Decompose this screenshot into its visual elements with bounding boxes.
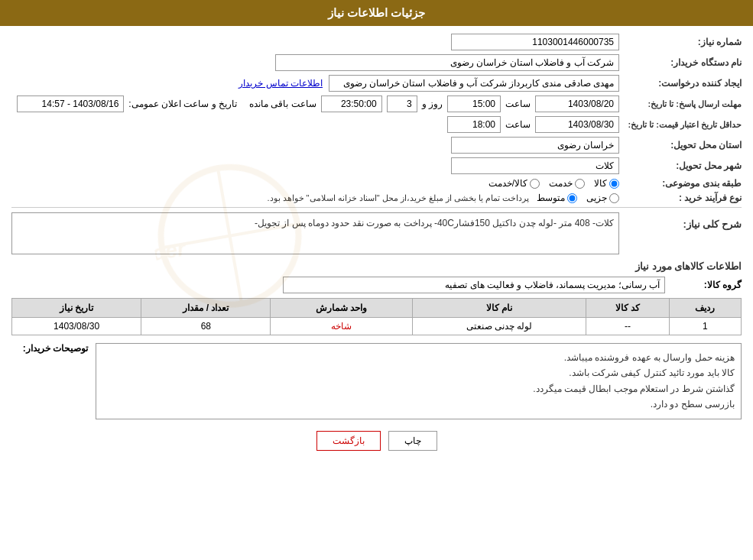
divider-1 (11, 207, 742, 208)
goods-table-header-row: ردیف کد کالا نام کالا واحد شمارش تعداد /… (12, 299, 742, 318)
mohlat-baqi-label: ساعت باقی مانده (249, 99, 316, 109)
back-button[interactable]: بازگشت (316, 431, 381, 451)
col-vahed: واحد شمارش (271, 299, 412, 318)
tabaqe-kala-khedmat-radio[interactable] (530, 179, 540, 189)
farayand-mottaset-item: متوسط (537, 193, 577, 203)
sharh-value: کلات- 408 متر -لوله چدن داکتیل 150فشار40… (11, 212, 619, 254)
cell-tarikh: 1403/08/30 (12, 318, 141, 335)
cell-nam-kala: لوله چدنی صنعتی (412, 318, 586, 335)
content-area: شماره نیاز: 1103001446000735 نام دستگاه … (0, 26, 753, 470)
page-wrapper: جزئیات اطلاعات نیاز شماره نیاز: 11030014… (0, 0, 753, 560)
tabaqe-khedmat-item: خدمت (549, 178, 585, 189)
page-title: جزئیات اطلاعات نیاز (328, 6, 425, 19)
goods-table-header: ردیف کد کالا نام کالا واحد شمارش تعداد /… (12, 299, 742, 318)
buyer-notes-line4: بازرسی سطح دو دارد. (102, 397, 735, 412)
buyer-notes-box: هزینه حمل وارسال به عهده فروشنده میباشد.… (96, 343, 742, 419)
tabaqe-kala-khedmat-item: کالا/خدمت (488, 178, 540, 189)
hadaqal-row: حداقل تاریخ اعتبار قیمت: تا تاریخ: 1403/… (11, 116, 742, 133)
tabaqe-kala-radio[interactable] (609, 179, 619, 189)
tabaqe-khedmat-label: خدمت (549, 178, 573, 189)
shahr-label: شهر محل تحویل: (619, 160, 742, 171)
col-kod-kala: کد کالا (586, 299, 669, 318)
shahr-value: کلات (451, 157, 619, 174)
tarikh-elan-value: 1403/08/16 - 14:57 (17, 95, 124, 112)
nam-dastgah-label: نام دستگاه خریدار: (619, 57, 742, 68)
ostan-row: استان محل تحویل: خراسان رضوی (11, 137, 742, 154)
tabaqe-kala-item: کالا (594, 178, 619, 189)
hadaqal-label: حداقل تاریخ اعتبار قیمت: تا تاریخ: (619, 120, 742, 130)
tabaqe-kala-label: کالا (594, 178, 607, 189)
buyer-notes-line2: کالا باید مورد تائید کنترل کیفی شرکت باش… (102, 365, 735, 380)
nooe-farayand-note: پرداخت تمام یا بخشی از مبلغ خرید،از محل … (267, 193, 529, 203)
buyer-notes-line1: هزینه حمل وارسال به عهده فروشنده میباشد. (102, 350, 735, 365)
hadaqal-saat: 18:00 (447, 116, 501, 133)
mohlat-saat: 15:00 (447, 95, 501, 112)
nooe-farayand-options: جزیی متوسط (537, 193, 619, 203)
tabaqe-row: طبقه بندی موضوعی: کالا خدمت کالا/خدمت (11, 178, 742, 189)
table-row: 1 -- لوله چدنی صنعتی شاخه 68 1403/08/30 (12, 318, 742, 335)
farayand-jozii-label: جزیی (586, 193, 607, 203)
mohlat-label: مهلت ارسال پاسخ: تا تاریخ: (619, 99, 742, 109)
ettelaat-kala-title: اطلاعات کالاهای مورد نیاز (11, 261, 742, 272)
buyer-notes-label: توصیحات خریدار: (11, 343, 88, 354)
cell-radif: 1 (669, 318, 741, 335)
mohlat-row: مهلت ارسال پاسخ: تا تاریخ: 1403/08/20 سا… (11, 95, 742, 112)
farayand-jozii-item: جزیی (586, 193, 619, 203)
tarikh-elan-label: تاریخ و ساعت اعلان عمومی: (128, 99, 237, 109)
nooe-farayand-row: نوع فرآیند خرید : جزیی متوسط پرداخت تمام… (11, 193, 742, 203)
ijad-konande-row: ایجاد کننده درخواست: مهدی صادقی مندی کار… (11, 75, 742, 92)
sharh-section: شرح کلی نیاز: کلات- 408 متر -لوله چدن دا… (11, 212, 742, 254)
nooe-farayand-label: نوع فرآیند خرید : (619, 193, 742, 203)
goods-table: ردیف کد کالا نام کالا واحد شمارش تعداد /… (11, 298, 742, 335)
ostan-value: خراسان رضوی (451, 137, 619, 154)
tabaqe-label: طبقه بندی موضوعی: (619, 178, 742, 189)
mohlat-roz-label: روز و (422, 99, 443, 109)
farayand-mottaset-radio[interactable] (567, 193, 577, 203)
col-nam-kala: نام کالا (412, 299, 586, 318)
goroh-kala-row: گروه کالا: آب رسانی؛ مدیریت پسماند، فاضل… (11, 277, 742, 293)
print-button[interactable]: چاپ (388, 431, 437, 451)
mohlat-roz: 3 (387, 95, 417, 112)
ijad-konande-label: ایجاد کننده درخواست: (619, 78, 742, 89)
buyer-notes-section: هزینه حمل وارسال به عهده فروشنده میباشد.… (11, 343, 742, 419)
tabaqe-kala-khedmat-label: کالا/خدمت (488, 178, 527, 189)
col-tedad: تعداد / مقدار (141, 299, 271, 318)
hadaqal-saat-label: ساعت (505, 119, 531, 130)
hadaqal-date: 1403/08/30 (535, 116, 619, 133)
shahr-row: شهر محل تحویل: کلات (11, 157, 742, 174)
cell-tedad: 68 (141, 318, 271, 335)
mohlat-date: 1403/08/20 (535, 95, 619, 112)
cell-vahed: شاخه (271, 318, 412, 335)
cell-kod-kala: -- (586, 318, 669, 335)
farayand-jozii-radio[interactable] (609, 193, 619, 203)
tabaqe-khedmat-radio[interactable] (575, 179, 585, 189)
goods-table-body: 1 -- لوله چدنی صنعتی شاخه 68 1403/08/30 (12, 318, 742, 335)
bottom-buttons: چاپ بازگشت (11, 431, 742, 451)
mohlat-baqi: 23:50:00 (321, 95, 382, 112)
farayand-mottaset-label: متوسط (537, 193, 565, 203)
goroh-kala-label: گروه کالا: (665, 280, 742, 290)
sharh-label: شرح کلی نیاز: (619, 218, 742, 230)
goroh-kala-value: آب رسانی؛ مدیریت پسماند، فاضلاب و فعالیت… (283, 277, 665, 293)
ostan-label: استان محل تحویل: (619, 140, 742, 151)
tabaqe-options: کالا خدمت کالا/خدمت (488, 178, 619, 189)
nam-dastgah-value: شرکت آب و فاضلاب استان خراسان رضوی (275, 54, 619, 71)
shomara-niaz-row: شماره نیاز: 1103001446000735 (11, 34, 742, 50)
buyer-notes-line3: گذاشتن شرط در استعلام موجب ابطال قیمت می… (102, 381, 735, 397)
shomara-niaz-value: 1103001446000735 (451, 34, 619, 50)
col-radif: ردیف (669, 299, 741, 318)
col-tarikh: تاریخ نیاز (12, 299, 141, 318)
page-header: جزئیات اطلاعات نیاز (0, 0, 753, 26)
tamas-kharidad-link[interactable]: اطلاعات تماس خریدار (239, 78, 323, 89)
ijad-konande-value: مهدی صادقی مندی کاربرداز شرکت آب و فاضلا… (329, 75, 619, 92)
shomara-niaz-label: شماره نیاز: (619, 37, 742, 47)
mohlat-saat-label: ساعت (505, 99, 531, 109)
nam-dastgah-row: نام دستگاه خریدار: شرکت آب و فاضلاب استا… (11, 54, 742, 71)
